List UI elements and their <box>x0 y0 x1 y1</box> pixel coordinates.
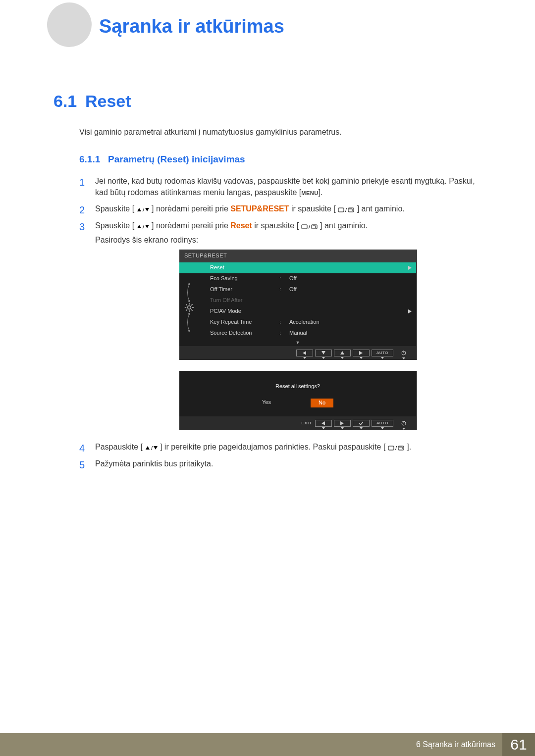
up-down-icon: / <box>145 442 158 453</box>
section-title: Reset <box>85 92 131 110</box>
up-down-icon: / <box>137 203 150 215</box>
reset-keyword: Reset <box>230 221 252 230</box>
step-text-a: Spauskite [ <box>95 221 134 230</box>
step-number: 4 <box>79 441 85 455</box>
osd-confirm-reset: Reset all settings? Yes No EXIT AUTO <box>179 371 417 430</box>
svg-text:/: / <box>345 207 347 213</box>
osd-bottom-bar: AUTO <box>179 346 416 360</box>
step-number: 1 <box>79 175 85 190</box>
osd-row-label: Reset <box>210 264 279 272</box>
confirm-icon: / <box>388 442 405 453</box>
osd-row: Eco Saving:Off <box>179 273 416 284</box>
footer-text: 6 Sąranka ir atkūrimas <box>416 740 495 749</box>
step-text-b: ]. <box>319 188 323 197</box>
osd-yes-no-row: Yes No <box>179 399 416 416</box>
steps-list: 1 Jei norite, kad būtų rodomas klavišų v… <box>79 175 485 470</box>
svg-rect-40 <box>388 446 394 450</box>
step-text-c: ]. <box>407 443 411 451</box>
setup-reset-keyword: SETUP&RESET <box>230 204 289 213</box>
svg-rect-5 <box>348 208 354 212</box>
step-text-a: Paspauskite [ <box>95 443 143 451</box>
power-icon <box>395 420 412 427</box>
svg-text:/: / <box>143 224 145 230</box>
exit-label: EXIT <box>301 420 312 426</box>
osd-question: Reset all settings? <box>179 374 416 399</box>
nav-enter-icon <box>353 420 370 427</box>
osd-row-disabled: Turn Off After <box>179 295 416 306</box>
osd-row: Key Repeat Time:Acceleration <box>179 317 416 328</box>
svg-rect-42 <box>398 446 404 450</box>
power-icon <box>395 350 412 356</box>
osd-no-selected: No <box>311 399 333 407</box>
step-text-d: ] ant gaminio. <box>320 221 368 230</box>
intro-text: Visi gaminio parametrai atkuriami į numa… <box>79 126 485 138</box>
svg-marker-8 <box>145 225 149 228</box>
svg-marker-30 <box>359 351 363 355</box>
osd-row-value: Off <box>289 286 416 294</box>
osd-row-label: Off Timer <box>210 286 279 294</box>
osd-row-reset: Reset <box>179 262 416 273</box>
subsection-heading: 6.1.1Parametrų (Reset) inicijavimas <box>79 152 485 166</box>
svg-text:/: / <box>151 445 153 451</box>
section-number: 6.1 <box>54 92 85 111</box>
footer: 6 Sąranka ir atkūrimas 61 <box>0 733 535 756</box>
svg-marker-2 <box>145 208 149 211</box>
page: { "chapter_title": "Sąranka ir atkūrimas… <box>0 0 535 756</box>
step-text-a: Spauskite [ <box>95 204 134 213</box>
nav-left-icon <box>296 350 313 356</box>
svg-marker-33 <box>321 421 325 425</box>
nav-up-icon <box>334 350 351 356</box>
svg-rect-9 <box>302 225 307 229</box>
scroll-down-icon: ▼ <box>179 339 416 346</box>
nav-left-icon <box>315 420 332 427</box>
svg-text:/: / <box>143 207 145 213</box>
nav-down-icon <box>315 350 332 356</box>
svg-rect-3 <box>338 208 344 212</box>
osd-row-label: PC/AV Mode <box>210 307 279 315</box>
triangle-right-icon <box>408 306 412 317</box>
osd-yes: Yes <box>262 399 271 407</box>
step-3: 3 Spauskite [ / ] norėdami pereiti prie … <box>79 220 485 430</box>
osd-row-value: Manual <box>289 329 416 337</box>
step-text-b: ] ir pereikite prie pageidaujamos parink… <box>160 443 385 451</box>
svg-marker-28 <box>321 351 325 354</box>
step-4: 4 Paspauskite [ / ] ir pereikite prie pa… <box>79 441 485 453</box>
section-heading: 6.1Reset <box>54 92 131 111</box>
step-text-a: Pažymėta parinktis bus pritaikyta. <box>95 459 213 468</box>
osd-row: PC/AV Mode <box>179 306 416 317</box>
osd-row-label: Source Detection <box>210 329 279 337</box>
step-1: 1 Jei norite, kad būtų rodomas klavišų v… <box>79 175 485 198</box>
confirm-icon: / <box>338 203 355 215</box>
step-text-d: ] ant gaminio. <box>357 204 405 213</box>
step-5: 5 Pažymėta parinktis bus pritaikyta. <box>79 458 485 469</box>
triangle-right-icon <box>408 262 412 273</box>
svg-marker-26 <box>408 309 412 313</box>
menu-keyword: MENU <box>301 190 318 196</box>
page-number: 61 <box>502 733 535 756</box>
osd-title: SETUP&RESET <box>179 250 416 262</box>
step-text-b: ] norėdami pereiti prie <box>152 221 230 230</box>
osd-setup-reset: SETUP&RESET Reset Eco Saving:Off Off Tim… <box>179 250 417 360</box>
chapter-title: Sąranka ir atkūrimas <box>99 16 284 37</box>
osd-row: Source Detection:Manual <box>179 328 416 339</box>
svg-marker-34 <box>340 421 344 425</box>
step-number: 3 <box>79 220 85 234</box>
svg-rect-11 <box>312 225 317 229</box>
step-number: 5 <box>79 458 85 472</box>
osd-screenshots: SETUP&RESET Reset Eco Saving:Off Off Tim… <box>111 250 485 430</box>
body: Visi gaminio parametrai atkuriami į numa… <box>79 126 485 474</box>
svg-marker-27 <box>303 351 306 355</box>
svg-marker-39 <box>154 446 158 450</box>
step-3-after: Pasirodys šis ekrano rodinys: <box>95 234 485 246</box>
chapter-circle-icon <box>47 2 92 47</box>
svg-marker-37 <box>146 446 150 450</box>
nav-right-icon <box>334 420 351 427</box>
svg-text:/: / <box>309 224 311 230</box>
up-down-icon: / <box>137 221 150 232</box>
step-text-c: ir spauskite [ <box>252 221 299 230</box>
svg-marker-29 <box>340 351 344 354</box>
step-text: Jei norite, kad būtų rodomas klavišų vad… <box>95 177 475 197</box>
osd-row-value: Acceleration <box>289 318 416 326</box>
step-2: 2 Spauskite [ / ] norėdami pereiti prie … <box>79 203 485 215</box>
svg-marker-0 <box>137 208 141 211</box>
